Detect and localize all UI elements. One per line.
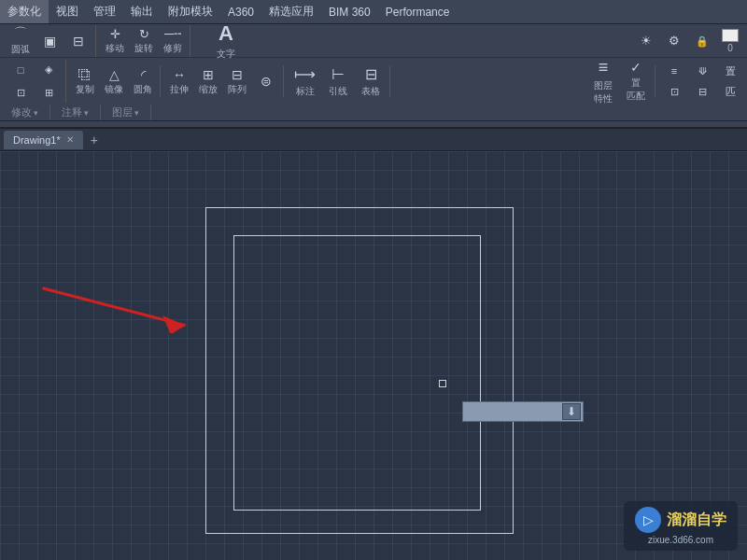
light-btn[interactable] [633,27,659,55]
dim-icon: ⟼ [294,65,316,83]
leader-icon: ⊢ [331,65,345,83]
r-btn-5[interactable]: ⊟ [689,82,715,101]
menu-featured[interactable]: 精选应用 [261,0,321,23]
svg-marker-1 [162,315,185,333]
r-icon-2: ⟱ [698,65,707,77]
fillet-btn[interactable]: ◜ 圆角 [130,67,156,95]
align-icon: ⊜ [261,74,272,89]
svg-line-0 [43,288,186,326]
drawing-tab[interactable]: Drawing1* ✕ [4,131,83,149]
toolbar-layer: ≡ 图层特性 ✓ 置匹配 [585,65,655,97]
r-icon-1: ≡ [671,65,677,77]
array-btn[interactable]: ⊟ 阵列 [224,67,250,95]
align-btn[interactable]: ⊜ [253,67,279,95]
copy-icon: ⿻ [78,67,92,82]
leader-btn[interactable]: ⊢ 引线 [323,53,353,109]
toolbar-arc-btn[interactable]: ⌒ 圆弧 [7,27,34,55]
btn2-icon: ▣ [44,34,56,49]
r-btn-3[interactable]: 置 [717,62,743,80]
menu-view[interactable]: 视图 [49,0,86,23]
scale-btn[interactable]: ⊞ 缩放 [195,67,221,95]
fillet-icon: ◜ [141,67,146,82]
stretch-label: 拉伸 [170,83,189,96]
btn3-icon: ⊟ [73,34,84,49]
dropdown-arrow-btn[interactable]: ⬇ [562,403,581,420]
layer-prop-btn[interactable]: ≡ 图层特性 [588,53,618,109]
swatch-btn[interactable]: 0 [717,27,743,55]
arrow-annotation [33,273,210,333]
r-btn-4[interactable]: ⊡ [661,82,687,101]
dropdown-arrow-icon: ⬇ [567,405,576,418]
layer-prop-label: 图层特性 [594,79,613,105]
annotation-section-label[interactable]: 注释 ▾ [50,105,101,120]
arc-icon: ⌒ [14,25,27,42]
menu-bar: 参数化 视图 管理 输出 附加模块 A360 精选应用 BIM 360 Perf… [0,0,747,24]
text-big-icon: A [218,21,233,46]
watermark-icon: ▷ [635,507,661,533]
rotate-label: 旋转 [134,42,153,55]
table-btn[interactable]: ⊟ 表格 [356,53,386,109]
r-btn-1[interactable]: ≡ [661,62,687,80]
fillet-label: 圆角 [134,83,152,96]
copy-btn[interactable]: ⿻ 复制 [72,67,98,95]
watermark-text: 溜溜自学 [667,511,726,530]
r-icon-5: ⊟ [698,86,707,98]
menu-output[interactable]: 输出 [123,0,161,23]
tab-add-btn[interactable]: + [85,131,104,149]
small-btn-3[interactable]: ⊡ [7,83,34,102]
r-btn-6[interactable]: 匹 [717,82,743,101]
menu-parametric[interactable]: 参数化 [0,0,49,23]
light-icon [641,34,652,48]
toolbar-group-stretch: ↔ 拉伸 ⊞ 缩放 ⊟ 阵列 ⊜ [162,65,284,97]
rotate-btn[interactable]: 旋转 [131,27,157,55]
r-icon-3: 置 [726,64,736,78]
array-label: 阵列 [228,83,247,96]
move-icon [110,27,120,41]
stretch-btn[interactable]: ↔ 拉伸 [166,67,192,95]
trim-btn[interactable]: ─╌ 修剪 [160,27,186,55]
stretch-icon: ↔ [173,67,186,82]
toolbar-annotation: ⟼ 标注 ⊢ 引线 ⊟ 表格 [286,65,390,97]
trim-icon: ─╌ [164,26,181,41]
small-btn-1[interactable]: □ [7,61,34,79]
menu-addons[interactable]: 附加模块 [161,0,220,23]
toolbar-group-move: 移动 旋转 ─╌ 修剪 [98,25,190,57]
arc-label: 圆弧 [11,43,30,56]
lock-btn[interactable] [689,27,715,55]
canvas-area[interactable]: ⬇ ▷ 溜溜自学 zixue.3d66.com [0,151,747,560]
text-big-btn[interactable]: A 文字 [211,25,241,57]
small-btn-4[interactable]: ⊞ [35,83,62,102]
menu-manage[interactable]: 管理 [86,0,123,23]
layer-section-label[interactable]: 图层 ▾ [101,105,151,120]
toolbar-btn3[interactable]: ⊟ [65,27,92,55]
rotate-icon [139,27,149,41]
move-btn[interactable]: 移动 [102,27,128,55]
small-btn-2[interactable]: ◈ [35,61,62,79]
dim-btn[interactable]: ⟼ 标注 [289,53,320,109]
leader-label: 引线 [329,85,347,98]
match-btn[interactable]: ✓ 置匹配 [621,53,651,109]
text-group: A 文字 [211,25,241,57]
gear-icon [669,34,680,48]
watermark: ▷ 溜溜自学 zixue.3d66.com [624,501,738,551]
mirror-btn[interactable]: △ 镜像 [101,67,127,95]
inner-rectangle [233,235,481,511]
tab-close-btn[interactable]: ✕ [66,134,74,145]
right-extra-group: ≡ ⟱ 置 ⊡ ⊟ 匹 [661,62,743,101]
grip-handle[interactable] [439,380,446,387]
menu-a360[interactable]: A360 [220,0,261,23]
array-icon: ⊟ [232,67,243,82]
trim-label: 修剪 [163,42,182,55]
toolbar-btn2[interactable]: ▣ [36,27,63,55]
match-label: 置匹配 [627,77,645,103]
menu-performance: Performance [378,0,458,23]
tab-bar: Drawing1* ✕ + [0,129,747,151]
gear-btn[interactable] [661,27,687,55]
dropdown-bar[interactable]: ⬇ [462,401,584,422]
move-label: 移动 [106,42,124,55]
r-btn-2[interactable]: ⟱ [689,62,715,80]
menu-bim360[interactable]: BIM 360 [321,0,378,23]
mirror-label: 镜像 [105,83,123,96]
modify-section-label[interactable]: 修改 ▾ [0,105,50,120]
layer-group-top: 0 [633,27,743,55]
